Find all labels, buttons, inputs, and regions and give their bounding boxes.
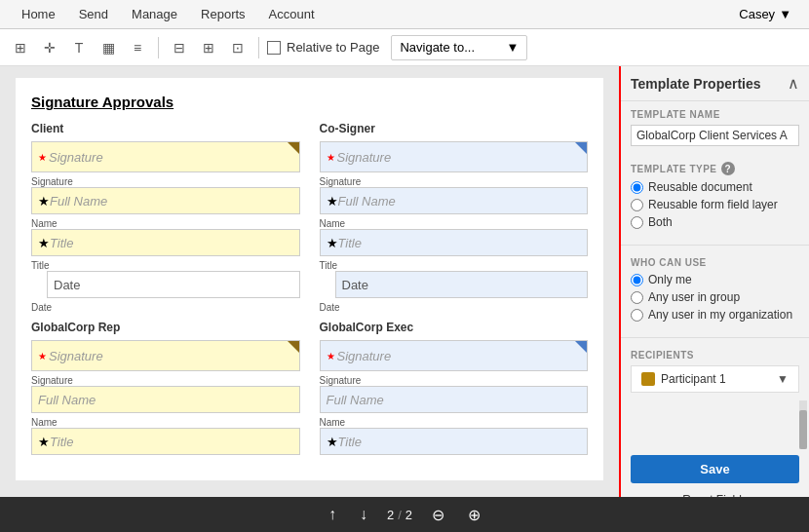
radio-reusable-doc[interactable]: Reusable document [631,180,799,194]
document-inner: Signature Approvals Client ★ Signature S… [16,78,603,480]
required-star: ★ [327,152,335,163]
radio-any-group-input[interactable] [631,291,643,304]
relative-to-page-label: Relative to Page [287,40,379,55]
sig-field-label: Signature [320,176,589,187]
zoom-out-button[interactable]: ⊖ [428,502,448,528]
template-name-input[interactable] [631,125,799,146]
radio-only-me[interactable]: Only me [631,273,799,286]
exec-title-field[interactable]: ★ Title [320,428,589,455]
required-star: ★ [327,351,335,361]
toolbar-btn-6[interactable]: ⊟ [167,35,192,60]
toolbar-btn-5[interactable]: ≡ [125,35,150,60]
cosigner-signature-field[interactable]: ★ Signature [320,141,589,172]
user-name: Casey [739,7,775,21]
bottom-bar: ↑ ↓ 2 / 2 ⊖ ⊕ [0,497,809,532]
radio-any-org-label: Any user in my organization [648,308,792,322]
radio-reusable-form-input[interactable] [631,199,643,211]
nav-reports[interactable]: Reports [189,0,257,29]
client-date-field[interactable]: Date [47,271,300,298]
rep-signature-field[interactable]: ★ Signature [31,340,300,371]
relative-to-page-checkbox [267,41,281,55]
signature-text: Signature [337,150,392,165]
name-field-label: Name [320,417,589,428]
cosigner-column: Co-Signer ★ Signature Signature ★ Full N… [320,122,589,313]
zoom-in-button[interactable]: ⊕ [464,502,484,528]
corner-mark [288,142,299,154]
radio-any-org[interactable]: Any user in my organization [631,308,799,322]
navigate-dropdown[interactable]: Navigate to... ▼ [391,35,527,60]
toolbar-btn-2[interactable]: ✛ [37,35,62,60]
client-signature-field[interactable]: ★ Signature [31,141,300,172]
signature-text: Signature [49,349,103,363]
globalcorp-rep-column: GlobalCorp Rep ★ Signature Signature Ful… [31,321,300,457]
client-fullname-field[interactable]: ★ Full Name [31,187,300,214]
client-title-field[interactable]: ★ Title [31,229,300,256]
reset-fields-button[interactable]: Reset Fields [631,489,799,497]
date-field-label: Date [31,302,300,313]
template-name-label: TEMPLATE NAME [631,109,799,120]
panel-divider-2 [621,337,809,338]
signature-text: Signature [337,349,392,363]
toolbar-btn-8[interactable]: ⊡ [225,35,250,60]
relative-to-page-toggle[interactable]: Relative to Page [267,40,379,55]
participant-row[interactable]: Participant 1 ▼ [631,365,799,393]
navigate-label: Navigate to... [400,40,475,55]
exec-signature-field[interactable]: ★ Signature [320,340,589,371]
page-down-button[interactable]: ↓ [356,502,371,527]
toolbar-btn-4[interactable]: ▦ [96,35,121,60]
radio-any-org-input[interactable] [631,309,643,322]
cosigner-date-field[interactable]: Date [335,271,589,298]
main-area: Signature Approvals Client ★ Signature S… [0,66,809,497]
navigate-arrow: ▼ [507,40,520,55]
panel-title: Template Properties [631,76,761,92]
radio-reusable-doc-input[interactable] [631,181,643,194]
cosigner-label: Co-Signer [320,122,589,135]
radio-both[interactable]: Both [631,215,799,229]
participant-name: Participant 1 [661,372,777,386]
radio-any-group[interactable]: Any user in group [631,290,799,304]
toolbar-btn-3[interactable]: T [66,35,92,60]
radio-only-me-input[interactable] [631,274,643,286]
page-up-button[interactable]: ↑ [325,502,340,527]
globalcorp-rep-label: GlobalCorp Rep [31,321,300,334]
required-star: ★ [327,194,338,209]
required-star: ★ [38,236,50,250]
fullname-text: Full Name [338,194,396,209]
scroll-thumb [799,410,807,449]
title-text: Title [50,236,73,250]
title-text: Title [338,236,362,250]
cosigner-fullname-field[interactable]: ★ Full Name [320,187,589,214]
signer-section-bottom: GlobalCorp Rep ★ Signature Signature Ful… [31,321,588,457]
toolbar-btn-1[interactable]: ⊞ [8,35,33,60]
scroll-indicator[interactable] [799,400,807,449]
panel-collapse-button[interactable]: ∧ [788,74,799,93]
template-type-help[interactable]: ? [721,162,735,175]
exec-fullname-field[interactable]: Full Name [320,386,589,413]
name-field-label: Name [31,417,300,428]
toolbar-btn-7[interactable]: ⊞ [196,35,221,60]
document-area[interactable]: Signature Approvals Client ★ Signature S… [0,66,619,497]
who-can-use-label: WHO CAN USE [631,257,799,268]
rep-fullname-field[interactable]: Full Name [31,386,300,413]
toolbar-sep-1 [158,37,159,58]
user-menu[interactable]: Casey ▼ [731,0,799,29]
cosigner-title-field[interactable]: ★ Title [320,229,589,256]
save-button[interactable]: Save [631,455,799,483]
nav-account[interactable]: Account [257,0,327,29]
radio-any-group-label: Any user in group [648,290,740,304]
template-type-section: TEMPLATE TYPE ? Reusable document Reusab… [621,154,809,241]
panel-header: Template Properties ∧ [621,66,809,101]
radio-both-input[interactable] [631,216,643,229]
radio-both-label: Both [648,215,673,229]
nav-home[interactable]: Home [10,0,67,29]
panel-divider-1 [621,245,809,246]
signer-section-top: Client ★ Signature Signature ★ Full Name… [31,122,588,313]
rep-title-field[interactable]: ★ Title [31,428,300,455]
participant-expand-arrow[interactable]: ▼ [777,372,789,386]
radio-reusable-form[interactable]: Reusable form field layer [631,198,799,211]
nav-manage[interactable]: Manage [120,0,189,29]
required-star: ★ [38,351,47,361]
toolbar-sep-2 [258,37,259,58]
globalcorp-exec-column: GlobalCorp Exec ★ Signature Signature Fu… [320,321,589,457]
nav-send[interactable]: Send [67,0,120,29]
